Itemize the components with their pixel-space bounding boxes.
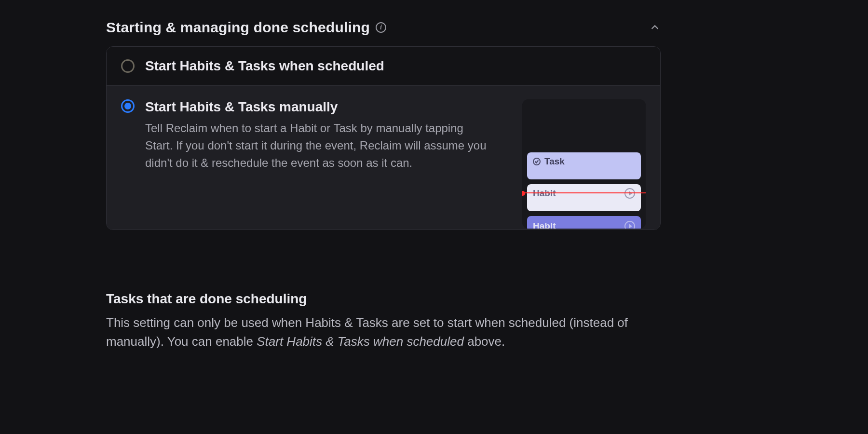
- section-header: Starting & managing done scheduling i: [106, 19, 661, 36]
- preview-event-habit: Habit: [527, 184, 641, 211]
- radio-unselected-icon[interactable]: [121, 59, 135, 73]
- calendar-preview: Task Habit Habit: [522, 99, 646, 229]
- preview-event-label: Habit: [533, 221, 556, 229]
- option-start-when-scheduled[interactable]: Start Habits & Tasks when scheduled: [107, 47, 660, 86]
- collapse-chevron-up-icon[interactable]: [649, 22, 661, 33]
- lower-section-body: This setting can only be used when Habit…: [106, 313, 661, 351]
- lower-section-title: Tasks that are done scheduling: [106, 291, 661, 307]
- body-text-ital: Start Habits & Tasks when scheduled: [257, 334, 464, 349]
- scheduling-section: Starting & managing done scheduling i St…: [106, 19, 661, 230]
- body-text-post: above.: [467, 334, 505, 349]
- preview-event-task: Task: [527, 152, 641, 179]
- done-scheduling-section: Tasks that are done scheduling This sett…: [106, 291, 661, 351]
- preview-event-habit: Habit: [527, 216, 641, 229]
- preview-event-label: Habit: [533, 188, 556, 199]
- option-title: Start Habits & Tasks when scheduled: [145, 58, 646, 74]
- section-title-wrap: Starting & managing done scheduling i: [106, 19, 386, 36]
- option-start-manually[interactable]: Start Habits & Tasks manually Tell Recla…: [107, 86, 660, 230]
- info-icon[interactable]: i: [376, 22, 386, 33]
- option-title: Start Habits & Tasks manually: [145, 99, 512, 115]
- current-time-dot: [522, 191, 525, 196]
- start-options-card: Start Habits & Tasks when scheduled Star…: [106, 46, 661, 230]
- radio-selected-icon[interactable]: [121, 99, 135, 113]
- preview-event-label: Task: [544, 156, 565, 167]
- option-body: Start Habits & Tasks manually Tell Recla…: [145, 99, 512, 172]
- option-body: Start Habits & Tasks when scheduled: [145, 58, 646, 74]
- play-circle-icon: [624, 221, 635, 229]
- section-title: Starting & managing done scheduling: [106, 19, 370, 36]
- option-description: Tell Reclaim when to start a Habit or Ta…: [145, 120, 492, 172]
- current-time-line: [522, 192, 646, 193]
- check-circle-icon: [533, 158, 541, 165]
- play-circle-icon: [624, 188, 635, 199]
